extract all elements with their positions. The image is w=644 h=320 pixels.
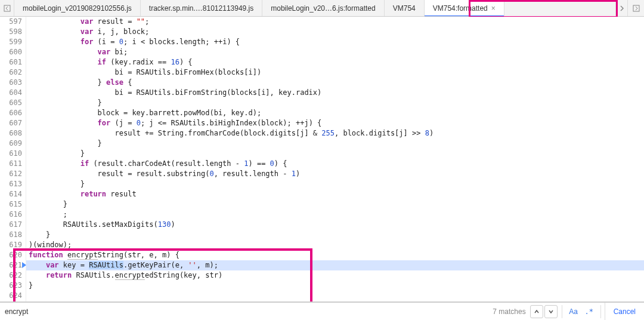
chevron-right-icon xyxy=(620,5,624,11)
line-number[interactable]: 619 xyxy=(0,240,22,250)
code-line[interactable]: var key = RSAUtils.getKeyPair(e, '', m); xyxy=(26,260,644,270)
tab-label: mobileLogin_v20190829102556.js xyxy=(23,4,132,13)
chevron-down-icon xyxy=(548,309,554,315)
tab-label: VM754 xyxy=(393,4,416,13)
line-number[interactable]: 606 xyxy=(0,108,22,118)
line-number[interactable]: 605 xyxy=(0,98,22,108)
code-line[interactable]: } else { xyxy=(26,78,644,88)
case-label: Aa xyxy=(569,307,578,316)
line-number[interactable]: 600 xyxy=(0,47,22,57)
line-number[interactable]: 618 xyxy=(0,230,22,240)
code-line[interactable]: } xyxy=(26,98,644,108)
code-line[interactable]: )(window); xyxy=(26,240,644,250)
code-line[interactable]: } xyxy=(26,230,644,240)
line-number[interactable]: 623 xyxy=(0,281,22,291)
search-prev-button[interactable] xyxy=(530,305,543,318)
code-line[interactable]: var i, j, block; xyxy=(26,27,644,37)
search-bar: 7 matches Aa .* Cancel xyxy=(0,302,644,320)
search-input[interactable] xyxy=(0,303,215,320)
line-number[interactable]: 604 xyxy=(0,88,22,98)
code-line[interactable]: return RSAUtils.encryptedString(key, str… xyxy=(26,270,644,281)
search-cancel-button[interactable]: Cancel xyxy=(605,303,644,320)
tabs-overflow-right[interactable] xyxy=(615,0,627,16)
line-number[interactable]: 624 xyxy=(0,291,22,301)
tab-source-1[interactable]: mobileLogin_v20190829102556.js xyxy=(14,0,141,16)
tab-label: VM754:formatted xyxy=(433,4,488,13)
chevron-box-right-icon xyxy=(633,5,640,12)
line-number[interactable]: 620 xyxy=(0,250,22,260)
code-line[interactable]: return result xyxy=(26,189,644,199)
line-number[interactable]: 612 xyxy=(0,169,22,179)
tab-source-5[interactable]: VM754:formatted × xyxy=(425,0,504,16)
line-number[interactable]: 617 xyxy=(0,220,22,230)
code-body[interactable]: var result = ""; var i, j, block; for (i… xyxy=(26,17,644,301)
regex-label: .* xyxy=(584,307,593,316)
tabs-container: mobileLogin_v20190829102556.js tracker.s… xyxy=(14,0,615,16)
line-number[interactable]: 614 xyxy=(0,189,22,199)
divider xyxy=(600,305,601,318)
line-number[interactable]: 598 xyxy=(0,27,22,37)
code-line[interactable]: var result = ""; xyxy=(26,17,644,27)
svg-rect-0 xyxy=(4,5,10,11)
code-line[interactable]: bi = RSAUtils.biFromString(blocks[i], ke… xyxy=(26,88,644,98)
svg-rect-1 xyxy=(633,5,639,11)
line-number[interactable]: 599 xyxy=(0,37,22,47)
line-number[interactable]: 610 xyxy=(0,149,22,159)
tab-label: tracker.sp.min.…81012113949.js xyxy=(149,4,253,13)
line-number[interactable]: 615 xyxy=(0,199,22,210)
line-number[interactable]: 607 xyxy=(0,118,22,128)
execution-marker-icon xyxy=(0,260,26,270)
tab-label: mobileLogin_v20…6.js:formatted xyxy=(271,4,375,13)
line-number[interactable]: 613 xyxy=(0,179,22,189)
tab-nav-prev-button[interactable] xyxy=(0,0,14,16)
code-line[interactable]: result = result.substring(0, result.leng… xyxy=(26,169,644,179)
divider xyxy=(562,305,562,318)
code-line[interactable]: } xyxy=(26,149,644,159)
search-match-count: 7 matches xyxy=(493,307,529,316)
search-case-toggle[interactable]: Aa xyxy=(566,305,581,318)
code-line[interactable]: RSAUtils.setMaxDigits(130) xyxy=(26,220,644,230)
tab-nav-next-button[interactable] xyxy=(627,0,644,16)
tab-bar: mobileLogin_v20190829102556.js tracker.s… xyxy=(0,0,644,17)
code-line[interactable]: } xyxy=(26,199,644,210)
code-line[interactable]: } xyxy=(26,281,644,291)
code-line[interactable]: var bi; xyxy=(26,47,644,57)
line-number[interactable]: 609 xyxy=(0,139,22,149)
close-icon[interactable]: × xyxy=(491,4,496,13)
cancel-label: Cancel xyxy=(614,307,636,316)
code-line[interactable]: ; xyxy=(26,210,644,220)
search-regex-toggle[interactable]: .* xyxy=(581,305,597,318)
code-line[interactable]: bi = RSAUtils.biFromHex(blocks[i]) xyxy=(26,67,644,78)
code-line[interactable]: block = key.barrett.powMod(bi, key.d); xyxy=(26,108,644,118)
line-number[interactable]: 597 xyxy=(0,17,22,27)
chevron-up-icon xyxy=(534,309,540,315)
search-next-button[interactable] xyxy=(544,305,558,318)
code-line[interactable]: for (j = 0; j <= RSAUtils.biHighIndex(bl… xyxy=(26,118,644,128)
code-line[interactable] xyxy=(26,291,644,301)
line-number[interactable]: 622 xyxy=(0,270,22,281)
code-line[interactable]: } xyxy=(26,179,644,189)
code-line[interactable]: function encryptString(str, e, m) { xyxy=(26,250,644,260)
line-number[interactable]: 603 xyxy=(0,78,22,88)
line-number[interactable]: 601 xyxy=(0,57,22,67)
code-line[interactable]: } xyxy=(26,139,644,149)
line-number[interactable]: 611 xyxy=(0,159,22,169)
line-number[interactable]: 608 xyxy=(0,128,22,139)
tab-source-3[interactable]: mobileLogin_v20…6.js:formatted xyxy=(262,0,384,16)
code-line[interactable]: for (i = 0; i < blocks.length; ++i) { xyxy=(26,37,644,47)
code-editor[interactable]: 5975985996006016026036046056066076086096… xyxy=(0,17,644,302)
line-number[interactable]: 602 xyxy=(0,67,22,78)
code-line[interactable]: if (result.charCodeAt(result.length - 1)… xyxy=(26,159,644,169)
code-line[interactable]: if (key.radix == 16) { xyxy=(26,57,644,67)
line-number[interactable]: 616 xyxy=(0,210,22,220)
tab-source-2[interactable]: tracker.sp.min.…81012113949.js xyxy=(141,0,262,16)
chevron-box-left-icon xyxy=(4,5,11,12)
code-line[interactable]: result += String.fromCharCode(block.digi… xyxy=(26,128,644,139)
tab-source-4[interactable]: VM754 xyxy=(385,0,425,16)
line-gutter: 5975985996006016026036046056066076086096… xyxy=(0,17,26,301)
